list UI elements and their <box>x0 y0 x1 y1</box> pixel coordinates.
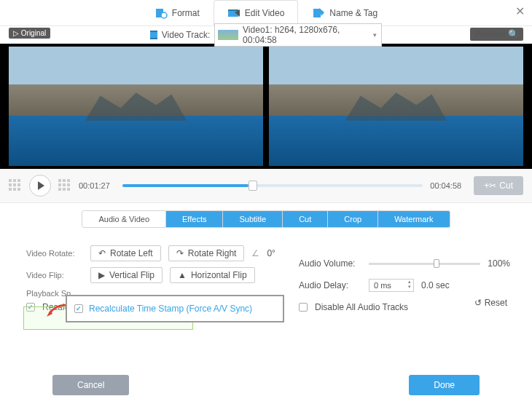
time-current: 00:01:27 <box>79 181 115 190</box>
volume-row: Audio Volume: 100% <box>299 258 510 269</box>
rotate-right-button[interactable]: ↷Rotate Right <box>168 245 245 261</box>
hflip-icon: ▲ <box>178 270 187 280</box>
rotate-right-icon: ↷ <box>176 248 184 258</box>
preview-output[interactable] <box>269 47 523 166</box>
video-track-select[interactable]: Video1: h264, 1280x676, 00:04:58 <box>214 23 382 47</box>
delay-sec: 0.0 sec <box>421 280 450 290</box>
settings-panel: Video Rotate: ↶Rotate Left ↷Rotate Right… <box>0 234 532 312</box>
filmstrip-icon <box>150 31 157 39</box>
svg-rect-3 <box>228 9 238 11</box>
recalcu-checkbox[interactable] <box>26 303 35 312</box>
video-track-value: Video1: h264, 1280x676, 00:04:58 <box>243 25 367 45</box>
svg-rect-6 <box>150 31 157 32</box>
video-thumb-icon <box>218 30 238 40</box>
angle-icon: ∠ <box>251 248 259 258</box>
cancel-button[interactable]: Cancel <box>52 375 129 395</box>
rotate-left-button[interactable]: ↶Rotate Left <box>90 245 161 261</box>
cut-label: Cut <box>499 181 513 191</box>
angle-value: 0° <box>267 248 275 258</box>
grid-start-icon[interactable] <box>9 179 22 192</box>
close-icon[interactable]: ✕ <box>515 4 525 18</box>
subtab-watermark[interactable]: Watermark <box>378 210 450 228</box>
name-tag-icon <box>312 7 325 20</box>
delay-row: Audio Delay: 0 ms 0.0 sec <box>299 279 510 292</box>
format-icon <box>154 7 168 20</box>
preview-label: Preview <box>474 29 506 39</box>
reset-icon: ↺ <box>474 298 482 308</box>
svg-rect-4 <box>313 9 321 17</box>
disable-audio-checkbox[interactable] <box>299 303 308 312</box>
rotate-label: Video Rotate: <box>26 249 83 258</box>
preview-badge[interactable]: Preview 🔍 <box>470 28 523 41</box>
playback-bar: 00:01:27 00:04:58 +✂ Cut <box>0 169 532 203</box>
rotate-left-icon: ↶ <box>98 248 106 258</box>
rotate-left-text: Rotate Left <box>110 248 153 258</box>
cut-button[interactable]: +✂ Cut <box>474 176 523 195</box>
seek-slider[interactable] <box>122 184 423 187</box>
svg-point-1 <box>161 12 167 18</box>
subtab-audio-video[interactable]: Audio & Video <box>82 210 166 228</box>
recalc-full-text: Recalculate Time Stamp (Force A/V Sync) <box>89 304 252 314</box>
top-tabbar: Format Edit Video Name & Tag ✕ <box>0 0 532 26</box>
flip-label: Video Flip: <box>26 271 83 280</box>
tab-format-label: Format <box>172 8 200 18</box>
delay-input[interactable]: 0 ms <box>369 279 414 292</box>
delay-label: Audio Delay: <box>299 280 361 290</box>
scissors-icon: +✂ <box>484 181 496 191</box>
play-button[interactable] <box>29 175 51 197</box>
edit-video-icon <box>227 7 240 20</box>
tab-edit-video[interactable]: Edit Video <box>214 0 299 26</box>
horizontal-flip-button[interactable]: ▲Horizontal Flip <box>170 267 255 283</box>
subtab-crop[interactable]: Crop <box>328 210 378 228</box>
done-button[interactable]: Done <box>409 375 480 395</box>
reset-button[interactable]: ↺ Reset <box>474 298 507 308</box>
time-total: 00:04:58 <box>430 181 466 190</box>
volume-slider[interactable] <box>369 263 480 265</box>
vertical-flip-button[interactable]: ▶Vertical Flip <box>90 267 163 283</box>
original-badge: ▷ Original <box>9 28 50 39</box>
subtab-effects[interactable]: Effects <box>166 210 223 228</box>
svg-rect-7 <box>150 38 157 39</box>
recalc-full-checkbox[interactable] <box>74 304 83 313</box>
grid-end-icon[interactable] <box>58 179 71 192</box>
preview-area <box>0 44 532 169</box>
tab-name-label: Name & Tag <box>329 8 378 18</box>
preview-original[interactable] <box>9 47 263 166</box>
tab-name-tag[interactable]: Name & Tag <box>298 0 391 25</box>
volume-label: Audio Volume: <box>299 258 361 269</box>
magnify-icon: 🔍 <box>508 29 519 39</box>
rotate-right-text: Rotate Right <box>188 248 237 258</box>
video-track-row: ▷ Original Video Track: Video1: h264, 12… <box>0 26 532 44</box>
volume-value: 100% <box>488 258 510 269</box>
subtab-cut[interactable]: Cut <box>283 210 328 228</box>
highlight-callout: Recalculate Time Stamp (Force A/V Sync) <box>66 295 284 322</box>
reset-text: Reset <box>485 298 507 308</box>
tab-edit-label: Edit Video <box>245 8 285 18</box>
tab-format[interactable]: Format <box>141 0 214 25</box>
edit-subtabs: Audio & Video Effects Subtitle Cut Crop … <box>0 210 532 228</box>
vflip-icon: ▶ <box>98 270 105 280</box>
disable-audio-text: Disable All Audio Tracks <box>315 302 408 312</box>
footer: Cancel Done <box>0 375 532 395</box>
vflip-text: Vertical Flip <box>109 270 154 280</box>
hflip-text: Horizontal Flip <box>191 270 247 280</box>
video-track-label: Video Track: <box>162 30 210 40</box>
subtab-subtitle[interactable]: Subtitle <box>223 210 283 228</box>
audio-column: Audio Volume: 100% Audio Delay: 0 ms 0.0… <box>299 248 510 322</box>
